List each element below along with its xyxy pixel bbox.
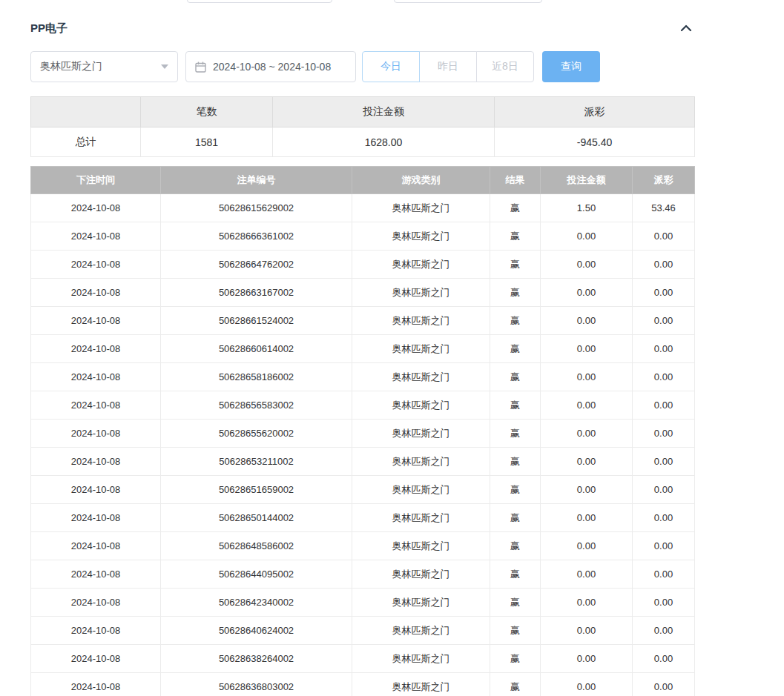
table-cell: 0.00	[541, 476, 633, 504]
table-cell: 50628640624002	[161, 617, 352, 645]
table-cell: 50628651659002	[161, 476, 352, 504]
game-select[interactable]: 奥林匹斯之门	[30, 51, 178, 82]
search-button[interactable]: 查询	[542, 51, 600, 82]
table-cell: 奥林匹斯之门	[352, 279, 490, 307]
table-cell: 奥林匹斯之门	[352, 420, 490, 448]
table-cell: 0.00	[633, 222, 695, 251]
yesterday-button[interactable]: 昨日	[419, 51, 477, 82]
table-cell: 奥林匹斯之门	[352, 673, 490, 696]
table-cell: 0.00	[541, 617, 633, 645]
table-cell: 2024-10-08	[31, 589, 161, 617]
table-cell: 0.00	[541, 251, 633, 279]
table-cell: 2024-10-08	[31, 476, 161, 504]
table-cell: 50628656583002	[161, 391, 352, 420]
table-cell: 0.00	[541, 335, 633, 363]
table-row: 2024-10-0850628644095002奥林匹斯之门赢0.000.00	[31, 560, 695, 589]
table-cell: 0.00	[541, 222, 633, 251]
table-row: 2024-10-0850628636803002奥林匹斯之门赢0.000.00	[31, 673, 695, 696]
summary-header-row: 笔数 投注金额 派彩	[31, 97, 695, 127]
col-header-bet-amount: 投注金额	[541, 167, 633, 194]
table-cell: 赢	[490, 476, 541, 504]
table-cell: 奥林匹斯之门	[352, 532, 490, 560]
table-cell: 50628653211002	[161, 448, 352, 476]
table-cell: 50628642340002	[161, 589, 352, 617]
table-cell: 2024-10-08	[31, 420, 161, 448]
summary-header-count: 笔数	[141, 97, 273, 127]
table-cell: 0.00	[541, 307, 633, 335]
table-row: 2024-10-0850628664762002奥林匹斯之门赢0.000.00	[31, 251, 695, 279]
section-title: PP电子	[30, 21, 67, 36]
date-range-input[interactable]: 2024-10-08 ~ 2024-10-08	[185, 51, 356, 82]
table-row: 2024-10-0850628650144002奥林匹斯之门赢0.000.00	[31, 504, 695, 532]
table-cell: 0.00	[633, 673, 695, 696]
table-cell: 50628658186002	[161, 363, 352, 391]
pp-section: PP电子 奥林匹斯之门 2024-10-08 ~ 2024-10-08 今日 昨…	[30, 0, 694, 696]
table-cell: 2024-10-08	[31, 194, 161, 222]
records-body: 2024-10-0850628615629002奥林匹斯之门赢1.5053.46…	[31, 194, 695, 696]
table-cell: 50628638264002	[161, 645, 352, 673]
summary-table: 笔数 投注金额 派彩 总计 1581 1628.00 -945.40	[30, 96, 695, 157]
table-cell: 赢	[490, 645, 541, 673]
summary-header-payout: 派彩	[495, 97, 695, 127]
filter-row: 奥林匹斯之门 2024-10-08 ~ 2024-10-08 今日 昨日 近8日…	[30, 51, 694, 82]
col-header-game-type: 游戏类别	[352, 167, 490, 194]
table-cell: 奥林匹斯之门	[352, 251, 490, 279]
table-row: 2024-10-0850628661524002奥林匹斯之门赢0.000.00	[31, 307, 695, 335]
table-cell: 赢	[490, 589, 541, 617]
quick-range-group: 今日 昨日 近8日	[362, 51, 534, 82]
table-cell: 50628660614002	[161, 335, 352, 363]
table-cell: 赢	[490, 673, 541, 696]
table-cell: 0.00	[633, 617, 695, 645]
table-row: 2024-10-0850628658186002奥林匹斯之门赢0.000.00	[31, 363, 695, 391]
table-cell: 2024-10-08	[31, 222, 161, 251]
table-cell: 赢	[490, 560, 541, 589]
table-cell: 赢	[490, 279, 541, 307]
table-cell: 0.00	[541, 532, 633, 560]
chevron-down-icon	[161, 64, 168, 69]
table-cell: 奥林匹斯之门	[352, 335, 490, 363]
table-row: 2024-10-0850628656583002奥林匹斯之门赢0.000.00	[31, 391, 695, 420]
calendar-icon	[195, 62, 206, 73]
table-cell: 2024-10-08	[31, 504, 161, 532]
table-cell: 奥林匹斯之门	[352, 560, 490, 589]
table-cell: 奥林匹斯之门	[352, 363, 490, 391]
today-button[interactable]: 今日	[362, 51, 420, 82]
table-cell: 0.00	[633, 560, 695, 589]
table-cell: 赢	[490, 335, 541, 363]
chevron-up-icon[interactable]	[678, 21, 694, 36]
table-cell: 赢	[490, 448, 541, 476]
table-cell: 0.00	[541, 391, 633, 420]
table-cell: 50628648586002	[161, 532, 352, 560]
table-cell: 2024-10-08	[31, 560, 161, 589]
table-row: 2024-10-0850628655620002奥林匹斯之门赢0.000.00	[31, 420, 695, 448]
table-row: 2024-10-0850628666361002奥林匹斯之门赢0.000.00	[31, 222, 695, 251]
summary-total-payout: -945.40	[495, 127, 695, 157]
table-cell: 奥林匹斯之门	[352, 589, 490, 617]
table-cell: 0.00	[633, 279, 695, 307]
table-row: 2024-10-0850628663167002奥林匹斯之门赢0.000.00	[31, 279, 695, 307]
game-select-value: 奥林匹斯之门	[40, 60, 102, 73]
table-cell: 0.00	[633, 476, 695, 504]
date-range-value: 2024-10-08 ~ 2024-10-08	[213, 61, 331, 73]
col-header-bet-id: 注单编号	[161, 167, 352, 194]
table-cell: 2024-10-08	[31, 363, 161, 391]
table-cell: 0.00	[541, 589, 633, 617]
table-cell: 奥林匹斯之门	[352, 448, 490, 476]
table-cell: 奥林匹斯之门	[352, 504, 490, 532]
table-cell: 0.00	[633, 645, 695, 673]
table-cell: 0.00	[541, 560, 633, 589]
table-cell: 50628655620002	[161, 420, 352, 448]
table-cell: 赢	[490, 194, 541, 222]
last-8-days-button[interactable]: 近8日	[476, 51, 534, 82]
table-cell: 奥林匹斯之门	[352, 194, 490, 222]
col-header-result: 结果	[490, 167, 541, 194]
table-cell: 2024-10-08	[31, 532, 161, 560]
table-cell: 0.00	[541, 448, 633, 476]
table-cell: 0.00	[541, 363, 633, 391]
table-cell: 50628644095002	[161, 560, 352, 589]
table-cell: 0.00	[541, 504, 633, 532]
table-row: 2024-10-0850628640624002奥林匹斯之门赢0.000.00	[31, 617, 695, 645]
table-row: 2024-10-0850628648586002奥林匹斯之门赢0.000.00	[31, 532, 695, 560]
table-cell: 0.00	[633, 420, 695, 448]
table-cell: 赢	[490, 391, 541, 420]
